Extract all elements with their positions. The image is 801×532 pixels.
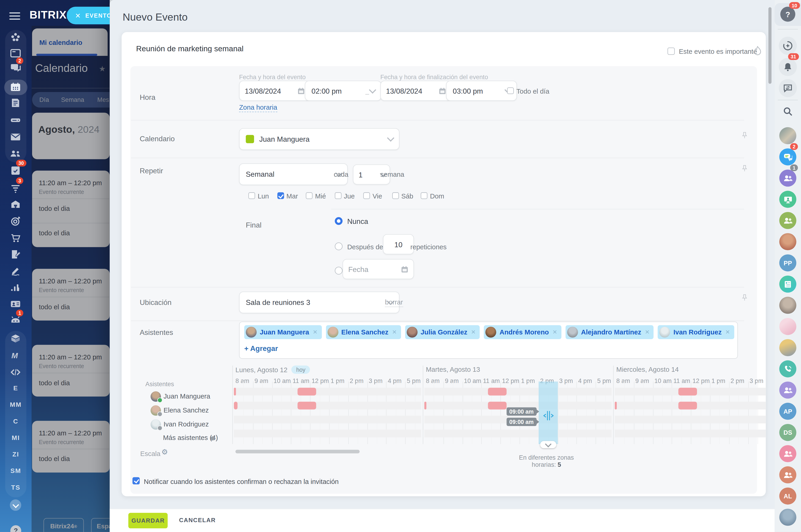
rail-avatar-group[interactable] [779, 170, 797, 187]
resize-handle-icon[interactable] [542, 410, 554, 421]
sidebar-item-app-m-icon[interactable]: M [10, 349, 22, 362]
rail-avatar-group[interactable] [779, 445, 797, 462]
sidebar-item-e-sign-icon[interactable] [10, 265, 22, 277]
frequency-select[interactable]: Semanal [239, 164, 348, 185]
search-icon[interactable] [782, 106, 794, 117]
clear-location-link[interactable]: borrar [385, 298, 403, 307]
sidebar-item-sales-icon[interactable] [10, 232, 22, 244]
add-attendee-link[interactable]: + Agregar [244, 344, 278, 353]
remove-icon[interactable]: ✕ [392, 329, 397, 335]
end-after-radio[interactable] [335, 243, 343, 250]
end-date-input[interactable]: 13/08/2024 [380, 80, 452, 101]
notify-checkbox[interactable] [132, 477, 140, 484]
cancel-button[interactable]: CANCELAR [176, 516, 219, 524]
pin-icon[interactable] [741, 294, 749, 302]
rail-avatar-group[interactable] [779, 212, 797, 229]
sidebar-item-mail-icon[interactable] [10, 131, 22, 143]
attendee-chip[interactable]: Ivan Rodriguez✕ [658, 325, 734, 339]
rail-avatar-calls[interactable] [779, 360, 797, 378]
save-button[interactable]: GUARDAR [128, 513, 168, 528]
sidebar-item-c[interactable]: C [0, 418, 32, 425]
event-name-input[interactable] [135, 43, 427, 53]
sidebar-item-automation-icon[interactable] [10, 314, 22, 327]
attendee-chip[interactable]: Juan Manguera✕ [244, 325, 322, 339]
messenger-icon[interactable] [779, 79, 797, 97]
sidebar-item-e[interactable]: E [0, 384, 32, 392]
sidebar-item-calendar-icon[interactable] [10, 81, 22, 94]
rail-avatar-support-channel[interactable] [779, 191, 797, 208]
sidebar-item-company-icon[interactable] [10, 298, 22, 310]
sidebar-item-workgroups-icon[interactable] [10, 148, 22, 160]
weekday-checkbox-sáb[interactable] [392, 192, 399, 199]
location-select[interactable]: Sala de reuniones 3 [239, 292, 399, 314]
expand-chevron-button[interactable] [540, 441, 556, 448]
sidebar-item-sm[interactable]: SM [0, 468, 32, 475]
end-date-radio[interactable] [335, 267, 343, 274]
important-checkbox[interactable] [668, 48, 675, 55]
end-repeat-date-input[interactable]: Fecha [343, 259, 414, 279]
rail-avatar-news-channel[interactable] [779, 276, 797, 293]
rail-avatar-group[interactable] [779, 466, 797, 483]
attendee-chip[interactable]: Alejandro Martínez✕ [565, 325, 654, 339]
sidebar-item-messenger-icon[interactable] [10, 62, 22, 74]
gear-icon[interactable]: ⚙ [162, 448, 168, 456]
remove-icon[interactable]: ✕ [725, 329, 730, 335]
start-time-select[interactable]: 02:00 pm [305, 80, 381, 101]
hamburger-menu-icon[interactable] [10, 10, 20, 22]
rail-avatar-user-photo[interactable] [779, 127, 797, 145]
remove-icon[interactable]: ✕ [645, 329, 650, 335]
repetitions-input[interactable] [383, 234, 414, 254]
rail-avatar-user-photo[interactable] [779, 233, 797, 250]
pin-icon[interactable] [741, 164, 749, 173]
pin-icon[interactable] [741, 131, 749, 140]
weekday-checkbox-jue[interactable] [334, 192, 341, 199]
sidebar-item-apps-icon[interactable] [10, 332, 22, 345]
remove-icon[interactable]: ✕ [313, 329, 317, 335]
remove-icon[interactable]: ✕ [552, 329, 557, 335]
rail-avatar-chat-app[interactable] [779, 148, 797, 166]
rail-avatar-user-photo[interactable] [779, 297, 797, 314]
attendee-chip[interactable]: Andrés Moreno✕ [484, 325, 561, 339]
event-pill-button[interactable]: ✕ EVENTO [67, 7, 110, 24]
scheduler-scrollbar[interactable] [236, 450, 360, 454]
timezone-link[interactable]: Zona horaria [239, 103, 277, 112]
help-icon[interactable]: ? [10, 525, 21, 532]
end-never-radio[interactable] [335, 217, 343, 225]
rail-avatar-user-photo[interactable] [779, 339, 797, 357]
copilot-icon[interactable] [779, 37, 797, 55]
rail-avatar-user-photo[interactable] [779, 509, 797, 526]
rail-avatar-report-channel[interactable] [779, 318, 797, 335]
end-time-select[interactable]: 03:00 pm [446, 80, 517, 101]
weekday-checkbox-vie[interactable] [363, 192, 370, 199]
weekday-checkbox-dom[interactable] [421, 192, 427, 199]
rail-avatar-chat-ds[interactable]: DS [779, 424, 797, 441]
sidebar-item-crm-icon[interactable] [10, 182, 22, 194]
sidebar-item-contracts-icon[interactable] [10, 248, 22, 261]
sidebar-item-drive-icon[interactable] [10, 114, 22, 126]
modal-scrollbar[interactable] [768, 7, 772, 84]
calendar-select[interactable]: Juan Manguera [239, 128, 399, 150]
sidebar-item-developer-icon[interactable] [10, 366, 22, 378]
sidebar-item-network-icon[interactable] [10, 31, 22, 43]
rail-avatar-chat-al[interactable]: AL [779, 488, 797, 505]
sidebar-item-ts[interactable]: TS [0, 484, 32, 491]
sidebar-item-tasks-icon[interactable] [10, 164, 22, 177]
weekday-checkbox-lun[interactable] [248, 192, 255, 199]
sidebar-item-mm[interactable]: MM [0, 401, 32, 408]
all-day-checkbox[interactable] [507, 88, 514, 94]
attendee-chip[interactable]: Julia González✕ [405, 325, 480, 339]
sidebar-item-docs-icon[interactable] [10, 97, 22, 109]
remove-icon[interactable]: ✕ [471, 329, 476, 335]
rail-avatar-chat-ap[interactable]: AP [779, 403, 797, 420]
sidebar-item-mi[interactable]: MI [0, 434, 32, 441]
sidebar-item-market-icon[interactable] [10, 198, 22, 210]
more-attendees-link[interactable]: Más asistentes (4) [163, 434, 218, 441]
help-icon[interactable]: ? [780, 7, 795, 21]
sidebar-item-zi[interactable]: ZI [0, 451, 32, 458]
sidebar-item-marketing-icon[interactable] [10, 215, 22, 227]
weekday-checkbox-mar[interactable] [277, 192, 284, 199]
notifications-icon[interactable] [779, 58, 797, 76]
weekday-checkbox-mié[interactable] [306, 192, 312, 199]
rail-avatar-chat-pp[interactable]: PP [779, 254, 797, 271]
sidebar-item-analytics-icon[interactable] [10, 281, 22, 294]
